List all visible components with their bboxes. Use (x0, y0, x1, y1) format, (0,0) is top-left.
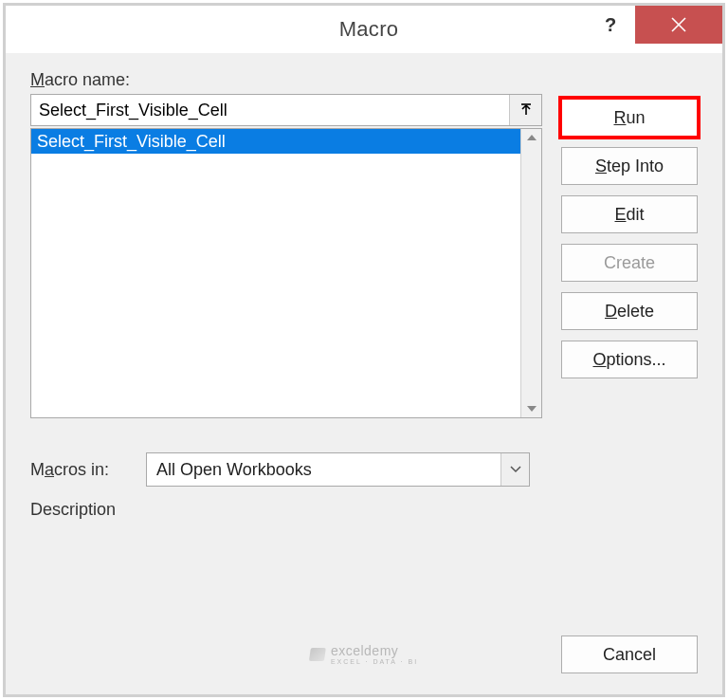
macro-name-label: Macro name: (30, 70, 542, 90)
watermark-icon (309, 648, 326, 661)
scroll-down-icon (527, 406, 537, 412)
dropdown-button[interactable] (500, 453, 529, 486)
scrollbar[interactable] (520, 129, 541, 417)
titlebar: Macro ? (6, 6, 722, 53)
delete-button[interactable]: Delete (561, 292, 698, 330)
edit-button[interactable]: Edit (561, 195, 698, 233)
macros-in-select[interactable]: All Open Workbooks (146, 452, 530, 487)
cancel-button[interactable]: Cancel (561, 636, 698, 673)
help-button[interactable]: ? (590, 6, 631, 44)
close-icon (670, 16, 687, 33)
macro-name-field-wrap (30, 94, 542, 126)
step-into-button[interactable]: Step Into (561, 147, 698, 185)
run-button[interactable]: Run (561, 99, 698, 137)
arrow-up-icon (519, 102, 534, 118)
options-button[interactable]: Options... (561, 341, 698, 378)
dialog-body: Macro name: Select_First_Visible_Cell (6, 53, 722, 694)
macro-name-input[interactable] (31, 95, 509, 125)
goto-macro-button[interactable] (509, 95, 541, 125)
create-button: Create (561, 244, 698, 282)
macro-listbox[interactable]: Select_First_Visible_Cell (30, 128, 542, 418)
macros-in-value: All Open Workbooks (147, 453, 500, 486)
chevron-down-icon (510, 466, 521, 473)
close-button[interactable] (635, 6, 722, 44)
macros-in-label: Macros in: (30, 460, 131, 480)
scroll-up-icon (527, 135, 537, 140)
description-label: Description (30, 500, 542, 520)
list-item[interactable]: Select_First_Visible_Cell (31, 129, 520, 154)
watermark: exceldemy EXCEL · DATA · BI (310, 643, 418, 666)
macro-dialog: Macro ? Macro name: (3, 3, 725, 697)
